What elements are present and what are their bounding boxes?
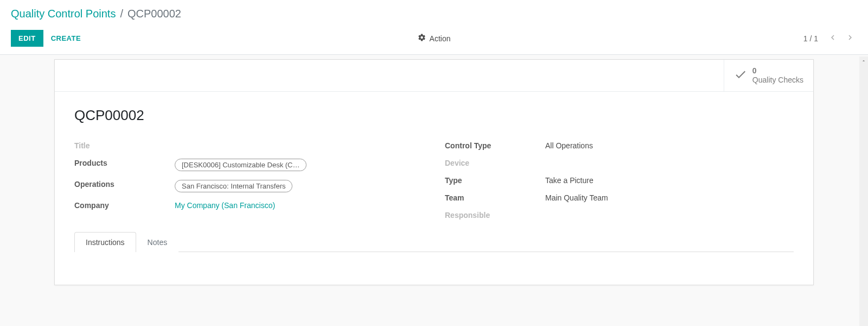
pager: 1 / 1 [803, 30, 857, 46]
responsible-value [545, 209, 794, 211]
field-responsible: Responsible [445, 209, 794, 220]
type-value: Take a Picture [545, 174, 794, 185]
field-products: Products [DESK0006] Customizable Desk (C… [74, 156, 423, 171]
pager-text: 1 / 1 [803, 34, 818, 43]
tabs-row: Instructions Notes [55, 231, 813, 252]
pager-arrows [826, 30, 857, 46]
responsible-label: Responsible [445, 209, 545, 220]
breadcrumb-current: QCP00002 [127, 8, 181, 20]
scroll-up-icon [859, 57, 868, 65]
company-label: Company [74, 199, 175, 210]
field-operations: Operations San Francisco: Internal Trans… [74, 178, 423, 192]
field-columns: Title Products [DESK0006] Customizable D… [74, 139, 794, 226]
stat-bar: 0 Quality Checks [55, 60, 813, 92]
company-value: My Company (San Francisco) [175, 199, 423, 210]
control-row: Edit Create Action 1 / 1 [0, 24, 868, 55]
device-label: Device [445, 156, 545, 167]
form-sheet: 0 Quality Checks QCP00002 Title Products… [54, 59, 814, 285]
operations-label: Operations [74, 178, 175, 189]
title-label: Title [74, 139, 175, 150]
tab-instructions[interactable]: Instructions [74, 232, 136, 252]
device-value [545, 156, 794, 159]
control-type-value: All Operations [545, 139, 794, 150]
stat-text: 0 Quality Checks [752, 66, 803, 85]
quality-checks-stat-button[interactable]: 0 Quality Checks [724, 60, 813, 91]
control-type-label: Control Type [445, 139, 545, 150]
products-label: Products [74, 156, 175, 167]
tabs: Instructions Notes [74, 231, 794, 252]
operation-tag[interactable]: San Francisco: Internal Transfers [175, 180, 292, 192]
field-type: Type Take a Picture [445, 174, 794, 185]
breadcrumb: Quality Control Points / QCP00002 [11, 8, 857, 20]
pager-next-button[interactable] [843, 30, 857, 46]
field-control-type: Control Type All Operations [445, 139, 794, 150]
team-label: Team [445, 191, 545, 202]
field-title: Title [74, 139, 423, 150]
gear-icon [418, 33, 426, 43]
type-label: Type [445, 174, 545, 185]
field-device: Device [445, 156, 794, 167]
action-dropdown[interactable]: Action [418, 33, 451, 43]
company-link[interactable]: My Company (San Francisco) [175, 201, 275, 210]
stat-label: Quality Checks [752, 76, 803, 85]
check-icon [734, 68, 747, 83]
content-area: 0 Quality Checks QCP00002 Title Products… [0, 55, 868, 324]
action-label: Action [430, 34, 451, 43]
breadcrumb-root-link[interactable]: Quality Control Points [11, 8, 116, 20]
operations-value: San Francisco: Internal Transfers [175, 178, 423, 192]
page-scrollbar[interactable] [859, 57, 868, 326]
tab-pane-instructions [55, 252, 813, 285]
chevron-left-icon [828, 36, 838, 44]
product-tag[interactable]: [DESK0006] Customizable Desk (C… [175, 159, 307, 171]
edit-button[interactable]: Edit [11, 30, 43, 47]
create-button[interactable]: Create [43, 30, 88, 47]
chevron-right-icon [845, 36, 855, 44]
tab-notes[interactable]: Notes [136, 232, 179, 252]
breadcrumb-separator: / [120, 8, 123, 20]
record-title: QCP00002 [74, 107, 794, 124]
products-value: [DESK0006] Customizable Desk (C… [175, 156, 423, 171]
field-company: Company My Company (San Francisco) [74, 199, 423, 210]
field-team: Team Main Quality Team [445, 191, 794, 202]
left-column: Title Products [DESK0006] Customizable D… [74, 139, 423, 226]
stat-count: 0 [752, 66, 803, 76]
sheet-body: QCP00002 Title Products [DESK0006] Custo… [55, 92, 813, 231]
pager-prev-button[interactable] [826, 30, 840, 46]
right-column: Control Type All Operations Device Type … [445, 139, 794, 226]
title-value [175, 139, 423, 141]
breadcrumb-row: Quality Control Points / QCP00002 [0, 0, 868, 24]
team-value: Main Quality Team [545, 191, 794, 202]
